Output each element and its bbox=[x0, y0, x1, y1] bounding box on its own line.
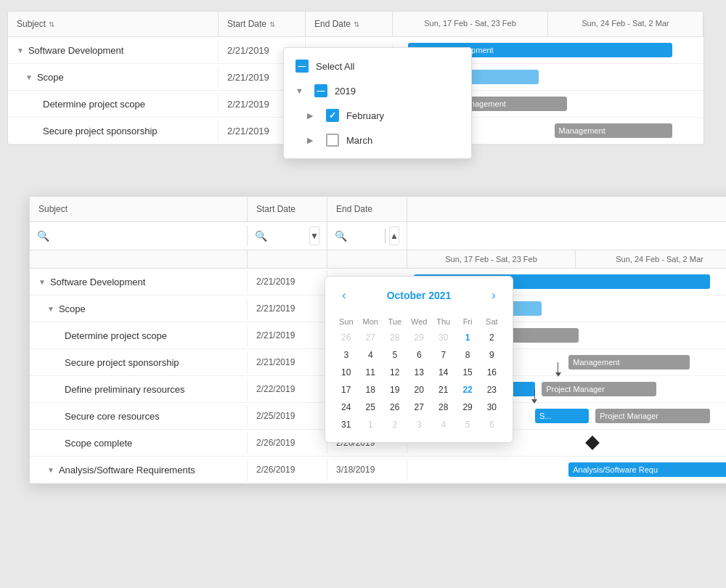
cal-day-0-1[interactable]: 27 bbox=[358, 329, 383, 346]
cal-day-4-6[interactable]: 30 bbox=[480, 399, 504, 416]
calendar-prev-btn[interactable]: ‹ bbox=[334, 285, 354, 306]
cal-day-4-0[interactable]: 24 bbox=[334, 399, 358, 416]
expand-february-icon[interactable] bbox=[307, 111, 319, 121]
cal-day-1-5[interactable]: 8 bbox=[455, 346, 479, 364]
subject-filter-input[interactable] bbox=[54, 231, 240, 241]
main-subject-label: Subject bbox=[38, 204, 68, 214]
cal-day-4-2[interactable]: 26 bbox=[383, 399, 407, 416]
cal-day-3-0[interactable]: 17 bbox=[334, 381, 358, 399]
calendar-week-3: 17181920212223 bbox=[334, 381, 504, 399]
expand-march-icon[interactable] bbox=[307, 136, 319, 145]
main-end-header: End Date bbox=[327, 197, 407, 221]
cal-day-5-3[interactable]: 3 bbox=[407, 416, 431, 433]
cal-day-3-5[interactable]: 22 bbox=[455, 381, 479, 399]
cal-day-1-1[interactable]: 4 bbox=[358, 346, 383, 364]
period2-label: Sun, 24 Feb - Sat, 2 Mar bbox=[548, 12, 703, 36]
cal-day-5-2[interactable]: 2 bbox=[383, 416, 407, 433]
cal-day-2-5[interactable]: 15 bbox=[455, 364, 479, 381]
cal-day-2-4[interactable]: 14 bbox=[431, 364, 455, 381]
bg-subject-sponsor: Secure project sponsorship bbox=[8, 120, 219, 142]
cal-day-3-3[interactable]: 20 bbox=[407, 381, 431, 399]
cal-day-3-4[interactable]: 21 bbox=[431, 381, 455, 399]
chevron-sw-dev[interactable]: ▼ bbox=[17, 46, 24, 54]
cal-day-2-6[interactable]: 16 bbox=[480, 364, 504, 381]
checkbox-2019[interactable] bbox=[314, 84, 327, 97]
start-search-icon: 🔍 bbox=[255, 230, 267, 242]
subject-search-icon: 🔍 bbox=[37, 230, 49, 242]
cal-day-5-5[interactable]: 5 bbox=[455, 416, 479, 433]
dropdown-march[interactable]: March bbox=[284, 128, 471, 152]
main-subject-analysis: ▼ Analysis/Software Requirements bbox=[30, 459, 248, 481]
start-filter-btn[interactable]: ▼ bbox=[309, 226, 319, 245]
cal-day-5-1[interactable]: 1 bbox=[358, 416, 383, 433]
calendar-next-btn[interactable]: › bbox=[484, 285, 504, 306]
chevron-scope[interactable]: ▼ bbox=[25, 73, 33, 81]
cal-day-2-3[interactable]: 13 bbox=[407, 364, 431, 381]
cal-day-1-2[interactable]: 5 bbox=[383, 346, 407, 364]
main-gantt-period-cells: Sun, 17 Feb - Sat, 23 Feb Sun, 24 Feb - … bbox=[407, 250, 726, 268]
connector-sponsor bbox=[555, 362, 561, 377]
label-2019: 2019 bbox=[335, 86, 356, 97]
cal-day-5-6[interactable]: 6 bbox=[480, 416, 504, 433]
cal-day-5-4[interactable]: 4 bbox=[431, 416, 455, 433]
filter-dropdown: Select All 2019 February March bbox=[283, 47, 472, 159]
cal-day-0-2[interactable]: 28 bbox=[383, 329, 407, 346]
end-filter-input[interactable] bbox=[351, 231, 380, 241]
cal-day-3-1[interactable]: 18 bbox=[358, 381, 383, 399]
cal-day-3-2[interactable]: 19 bbox=[383, 381, 407, 399]
calendar-week-5: 31123456 bbox=[334, 416, 504, 433]
calendar-panel: ‹ October 2021 › Sun Mon Tue Wed Thu Fri… bbox=[325, 276, 513, 443]
cal-day-1-6[interactable]: 9 bbox=[480, 346, 504, 364]
main-start-scope: 2/21/2019 bbox=[248, 298, 327, 319]
main-period1: Sun, 17 Feb - Sat, 23 Feb bbox=[407, 250, 576, 268]
cal-day-4-4[interactable]: 28 bbox=[431, 399, 455, 416]
expand-2019-icon[interactable] bbox=[295, 86, 307, 95]
day-tue: Tue bbox=[383, 314, 407, 329]
checkbox-march[interactable] bbox=[326, 134, 339, 147]
start-label: Start Date bbox=[227, 19, 266, 29]
main-end-label: End Date bbox=[336, 204, 372, 214]
cal-day-1-4[interactable]: 7 bbox=[431, 346, 455, 364]
cal-day-4-1[interactable]: 25 bbox=[358, 399, 383, 416]
cal-day-3-6[interactable]: 23 bbox=[480, 381, 504, 399]
cal-day-4-5[interactable]: 29 bbox=[455, 399, 479, 416]
dropdown-february[interactable]: February bbox=[284, 103, 471, 128]
dropdown-2019[interactable]: 2019 bbox=[284, 78, 471, 103]
main-subject-scope-complete: Scope complete bbox=[30, 432, 248, 454]
chevron-main-scope[interactable]: ▼ bbox=[47, 305, 54, 313]
cal-day-2-2[interactable]: 12 bbox=[383, 364, 407, 381]
cal-day-0-6[interactable]: 2 bbox=[480, 329, 504, 346]
cal-day-1-0[interactable]: 3 bbox=[334, 346, 358, 364]
cal-day-2-1[interactable]: 11 bbox=[358, 364, 383, 381]
main-header-row: Subject Start Date End Date bbox=[30, 197, 726, 222]
cal-day-0-0[interactable]: 26 bbox=[334, 329, 358, 346]
main-gantt-analysis: Analysis/Software Requ bbox=[407, 457, 726, 483]
main-start-sw-dev: 2/21/2019 bbox=[248, 271, 327, 293]
cal-day-0-5[interactable]: 1 bbox=[455, 329, 479, 346]
end-sort-icon[interactable]: ⇅ bbox=[354, 20, 359, 28]
start-sort-icon[interactable]: ⇅ bbox=[269, 20, 275, 28]
checkbox-select-all[interactable] bbox=[295, 60, 309, 73]
day-fri: Fri bbox=[455, 314, 479, 329]
cal-day-4-3[interactable]: 27 bbox=[407, 399, 431, 416]
start-filter-input[interactable] bbox=[272, 231, 305, 241]
main-start-det-scope: 2/21/2019 bbox=[248, 324, 327, 346]
main-gantt-spacer3 bbox=[327, 250, 407, 268]
calendar-week-1: 3456789 bbox=[334, 346, 504, 364]
subject-sort-icon[interactable]: ⇅ bbox=[49, 20, 54, 28]
cal-day-1-3[interactable]: 6 bbox=[407, 346, 431, 364]
cal-day-5-0[interactable]: 31 bbox=[334, 416, 358, 433]
day-sun: Sun bbox=[334, 314, 358, 329]
cal-day-0-3[interactable]: 29 bbox=[407, 329, 431, 346]
calendar-week-0: 262728293012 bbox=[334, 329, 504, 346]
checkbox-february[interactable] bbox=[326, 109, 339, 122]
cal-day-2-0[interactable]: 10 bbox=[334, 364, 358, 381]
dropdown-select-all[interactable]: Select All bbox=[284, 54, 471, 78]
collapse-btn[interactable]: ▲ bbox=[389, 226, 399, 245]
main-start-prelim: 2/22/2019 bbox=[248, 378, 327, 400]
day-mon: Mon bbox=[358, 314, 383, 329]
connector-prelim bbox=[531, 389, 537, 404]
chevron-analysis[interactable]: ▼ bbox=[47, 466, 54, 474]
cal-day-0-4[interactable]: 30 bbox=[431, 329, 455, 346]
chevron-main-sw-dev[interactable]: ▼ bbox=[38, 278, 46, 286]
